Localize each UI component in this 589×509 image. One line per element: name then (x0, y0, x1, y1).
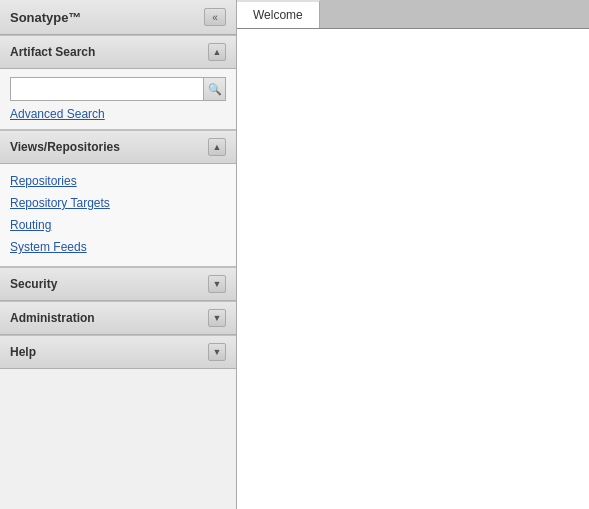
nav-link-repositories[interactable]: Repositories (10, 170, 226, 192)
views-repositories-content: Repositories Repository Targets Routing … (0, 164, 236, 267)
security-section-header[interactable]: Security ▼ (0, 267, 236, 301)
content-area: Welcome (237, 0, 589, 509)
views-repositories-arrow-icon: ▲ (208, 138, 226, 156)
nav-link-routing[interactable]: Routing (10, 214, 226, 236)
artifact-search-content: 🔍 Advanced Search (0, 69, 236, 130)
search-icon[interactable]: 🔍 (203, 78, 225, 100)
sidebar-header: Sonatype™ « (0, 0, 236, 35)
administration-arrow-icon: ▼ (208, 309, 226, 327)
administration-label: Administration (10, 311, 95, 325)
security-arrow-icon: ▼ (208, 275, 226, 293)
tab-content-welcome (237, 29, 589, 509)
views-repositories-label: Views/Repositories (10, 140, 120, 154)
administration-section-header[interactable]: Administration ▼ (0, 301, 236, 335)
artifact-search-label: Artifact Search (10, 45, 95, 59)
tab-bar: Welcome (237, 0, 589, 29)
artifact-search-arrow-icon: ▲ (208, 43, 226, 61)
sidebar: Sonatype™ « Artifact Search ▲ 🔍 Advanced… (0, 0, 237, 509)
nav-link-system-feeds[interactable]: System Feeds (10, 236, 226, 258)
help-label: Help (10, 345, 36, 359)
security-label: Security (10, 277, 57, 291)
main-layout: Sonatype™ « Artifact Search ▲ 🔍 Advanced… (0, 0, 589, 509)
artifact-search-section-header[interactable]: Artifact Search ▲ (0, 35, 236, 69)
sidebar-title: Sonatype™ (10, 10, 82, 25)
search-input[interactable] (11, 79, 203, 99)
advanced-search-link[interactable]: Advanced Search (10, 107, 105, 121)
tab-welcome[interactable]: Welcome (237, 0, 320, 28)
views-repositories-section-header[interactable]: Views/Repositories ▲ (0, 130, 236, 164)
search-input-wrap: 🔍 (10, 77, 226, 101)
collapse-button[interactable]: « (204, 8, 226, 26)
help-arrow-icon: ▼ (208, 343, 226, 361)
help-section-header[interactable]: Help ▼ (0, 335, 236, 369)
nav-link-repository-targets[interactable]: Repository Targets (10, 192, 226, 214)
